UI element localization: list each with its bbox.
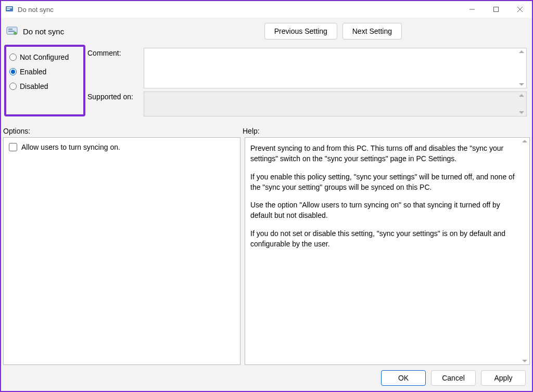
supported-on-box xyxy=(144,92,527,116)
comment-input[interactable] xyxy=(144,48,527,88)
window-title: Do not sync xyxy=(18,6,460,14)
help-paragraph: Use the option "Allow users to turn sync… xyxy=(250,200,519,221)
next-setting-button[interactable]: Next Setting xyxy=(342,23,402,40)
policy-setting-icon xyxy=(6,25,18,37)
supported-field-row: Supported on: xyxy=(87,92,527,116)
comment-field-row: Comment: xyxy=(87,48,527,88)
options-panel: Allow users to turn syncing on. xyxy=(3,137,240,365)
allow-sync-checkbox-row[interactable]: Allow users to turn syncing on. xyxy=(9,143,235,151)
checkbox-icon xyxy=(9,143,17,151)
svg-rect-2 xyxy=(7,9,10,10)
svg-rect-8 xyxy=(8,29,12,30)
help-panel: Prevent syncing to and from this PC. Thi… xyxy=(245,137,530,365)
scroll-down-icon[interactable] xyxy=(519,111,524,114)
supported-label: Supported on: xyxy=(87,92,139,101)
close-button[interactable] xyxy=(508,1,532,18)
header-row: Do not sync Previous Setting Next Settin… xyxy=(1,18,532,44)
help-paragraph: If you do not set or disable this settin… xyxy=(250,228,519,250)
titlebar: Do not sync xyxy=(1,1,532,18)
svg-rect-1 xyxy=(7,7,12,8)
state-radio-group: Not Configured Enabled Disabled xyxy=(4,45,85,116)
minimize-button[interactable] xyxy=(460,1,484,18)
radio-disabled[interactable]: Disabled xyxy=(9,79,78,94)
comment-label: Comment: xyxy=(87,48,139,57)
svg-point-10 xyxy=(14,32,17,35)
help-section-label: Help: xyxy=(243,127,527,135)
right-fields: Comment: Supported on: xyxy=(87,45,527,116)
radio-label: Enabled xyxy=(20,68,46,76)
radio-icon xyxy=(9,83,17,90)
scroll-down-icon[interactable] xyxy=(522,360,527,362)
options-section-label: Options: xyxy=(3,127,243,135)
nav-buttons: Previous Setting Next Setting xyxy=(264,23,402,40)
window-controls xyxy=(460,1,532,18)
apply-button[interactable]: Apply xyxy=(481,370,526,386)
radio-icon xyxy=(9,54,17,61)
radio-label: Not Configured xyxy=(20,53,69,61)
radio-not-configured[interactable]: Not Configured xyxy=(9,50,78,64)
svg-rect-9 xyxy=(8,31,15,32)
policy-name: Do not sync xyxy=(23,27,264,36)
previous-setting-button[interactable]: Previous Setting xyxy=(264,23,337,40)
radio-enabled[interactable]: Enabled xyxy=(9,64,78,79)
ok-button[interactable]: OK xyxy=(381,370,426,386)
help-paragraph: Prevent syncing to and from this PC. Thi… xyxy=(250,143,519,164)
maximize-button[interactable] xyxy=(484,1,508,18)
help-paragraph: If you enable this policy setting, "sync… xyxy=(250,172,519,193)
radio-label: Disabled xyxy=(20,82,48,90)
footer: OK Cancel Apply xyxy=(1,365,532,391)
cancel-button[interactable]: Cancel xyxy=(431,370,476,386)
scroll-up-icon[interactable] xyxy=(519,94,524,97)
allow-sync-label: Allow users to turn syncing on. xyxy=(21,143,120,151)
panels-row: Allow users to turn syncing on. Prevent … xyxy=(1,137,532,365)
scroll-down-icon[interactable] xyxy=(519,83,524,86)
scroll-up-icon[interactable] xyxy=(519,50,524,53)
policy-app-icon xyxy=(5,5,14,14)
config-row: Not Configured Enabled Disabled Comment: xyxy=(1,44,532,116)
scroll-up-icon[interactable] xyxy=(522,140,527,142)
section-labels: Options: Help: xyxy=(1,116,532,137)
dialog-window: Do not sync Do not sync Previous Setting… xyxy=(0,0,533,392)
svg-rect-4 xyxy=(494,7,499,12)
radio-icon xyxy=(9,68,17,75)
